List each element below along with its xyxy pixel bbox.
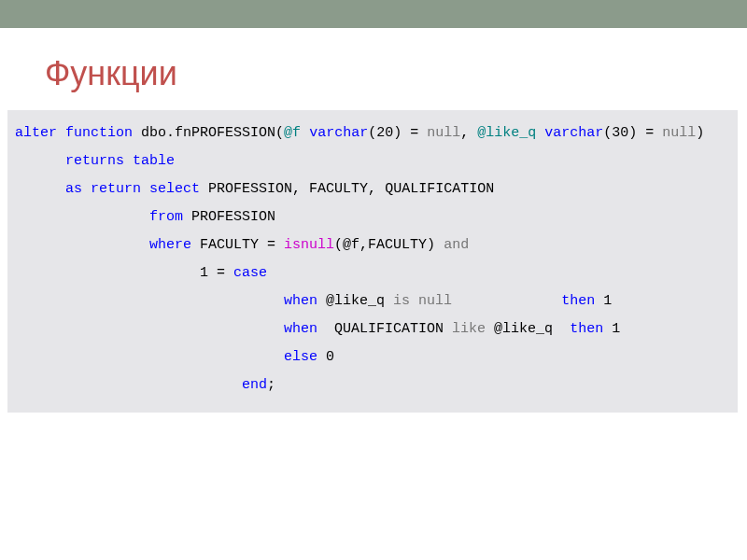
- kw-where: where: [149, 237, 191, 253]
- kw-null3: null: [418, 293, 452, 309]
- kw-then2: then: [570, 321, 603, 337]
- kw-when1: when: [284, 293, 317, 309]
- one-equals: 1 =: [200, 265, 233, 281]
- sql-code-block: alter function dbo.fnPROFESSION(@f varch…: [7, 110, 738, 413]
- kw-alter: alter: [15, 125, 57, 141]
- kw-and: and: [444, 237, 469, 253]
- kw-select: select: [149, 181, 200, 197]
- when2-cond-a: QUALIFICATION: [317, 321, 452, 337]
- lparen: (: [275, 125, 284, 141]
- kw-like: like: [452, 321, 486, 337]
- then2-val: 1: [603, 321, 620, 337]
- kw-table: table: [133, 153, 175, 169]
- kw-else: else: [284, 349, 317, 365]
- varchar2-args: (30) =: [603, 125, 662, 141]
- select-cols: PROFESSION, FACULTY, QUALIFICATION: [200, 181, 494, 197]
- kw-from: from: [149, 209, 183, 225]
- kw-varchar2: varchar: [544, 125, 603, 141]
- param-f: @f: [284, 125, 301, 141]
- kw-end: end: [242, 377, 267, 393]
- kw-then1: then: [561, 293, 595, 309]
- from-table: PROFESSION: [183, 209, 275, 225]
- comma1: ,: [460, 125, 477, 141]
- pad1: [452, 293, 561, 309]
- kw-as: as: [65, 181, 82, 197]
- then1-val: 1: [595, 293, 612, 309]
- kw-returns: returns: [65, 153, 124, 169]
- slide-title: Функции: [45, 54, 747, 93]
- when2-cond-b: @like_q: [486, 321, 570, 337]
- kw-function: function: [65, 125, 133, 141]
- kw-null1: null: [427, 125, 460, 141]
- kw-is: is: [393, 293, 410, 309]
- where-faculty: FACULTY =: [191, 237, 284, 253]
- when1-cond-a: @like_q: [317, 293, 393, 309]
- kw-return: return: [91, 181, 141, 197]
- func-name: dbo.fnPROFESSION: [141, 125, 275, 141]
- kw-null2: null: [662, 125, 696, 141]
- kw-when2: when: [284, 321, 317, 337]
- isnull-args: (@f,FACULTY): [334, 237, 444, 253]
- else-val: 0: [317, 349, 334, 365]
- semicolon: ;: [267, 377, 275, 393]
- slide: Функции alter function dbo.fnPROFESSION(…: [0, 28, 747, 560]
- param-likeq: @like_q: [477, 125, 536, 141]
- kw-varchar1: varchar: [309, 125, 368, 141]
- fn-isnull: isnull: [284, 237, 334, 253]
- rparen: ): [696, 125, 704, 141]
- kw-case: case: [233, 265, 267, 281]
- varchar1-args: (20) =: [368, 125, 427, 141]
